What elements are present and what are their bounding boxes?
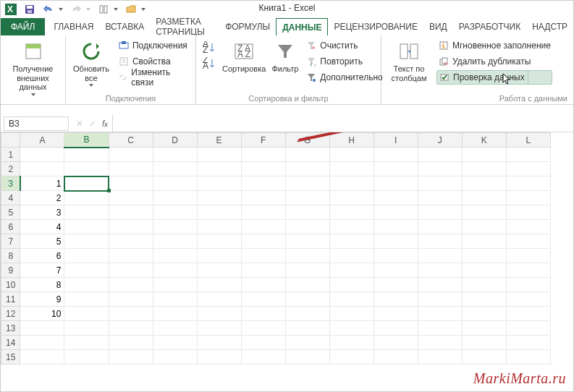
cell[interactable]: [197, 263, 241, 278]
cell[interactable]: [197, 148, 241, 162]
reapply-filter-button[interactable]: Повторить: [304, 54, 384, 69]
cell[interactable]: [418, 350, 462, 365]
cell[interactable]: [153, 249, 197, 263]
cell[interactable]: [64, 220, 109, 234]
cell[interactable]: [64, 205, 109, 220]
cell[interactable]: [329, 292, 373, 307]
touch-dropdown-icon[interactable]: [114, 8, 118, 11]
column-header[interactable]: I: [373, 133, 418, 148]
cell[interactable]: [506, 292, 550, 307]
touch-mode-icon[interactable]: [98, 4, 109, 15]
cell[interactable]: [462, 205, 506, 220]
cell[interactable]: [109, 234, 153, 249]
select-all-corner[interactable]: [1, 133, 20, 148]
cell[interactable]: [373, 162, 418, 176]
undo-dropdown-icon[interactable]: [59, 8, 63, 11]
sort-desc-icon[interactable]: ZA: [202, 57, 216, 70]
cell[interactable]: [197, 292, 241, 307]
row-header[interactable]: 5: [1, 205, 20, 220]
cell[interactable]: [64, 234, 109, 249]
cell[interactable]: [506, 350, 550, 365]
cell[interactable]: [418, 263, 462, 278]
row-header[interactable]: 7: [1, 234, 20, 249]
cell[interactable]: [109, 220, 153, 234]
cell[interactable]: [285, 148, 329, 162]
cell[interactable]: [241, 234, 285, 249]
cell[interactable]: [153, 234, 197, 249]
cell[interactable]: 7: [20, 263, 64, 278]
cell[interactable]: [329, 278, 373, 292]
cell[interactable]: [64, 148, 109, 162]
cell[interactable]: [418, 336, 462, 350]
properties-button[interactable]: Свойства: [117, 54, 190, 69]
cell[interactable]: [153, 350, 197, 365]
cell[interactable]: [373, 191, 418, 205]
row-header[interactable]: 11: [1, 292, 20, 307]
cell[interactable]: [462, 162, 506, 176]
redo-icon[interactable]: [70, 4, 82, 15]
row-header[interactable]: 8: [1, 249, 20, 263]
cell[interactable]: 9: [20, 292, 64, 307]
cell[interactable]: [197, 176, 241, 191]
edit-links-button[interactable]: Изменить связи: [117, 70, 190, 85]
cell[interactable]: [64, 278, 109, 292]
cell[interactable]: [373, 263, 418, 278]
cell[interactable]: [373, 350, 418, 365]
cell[interactable]: [64, 249, 109, 263]
cell[interactable]: 2: [20, 191, 64, 205]
cell[interactable]: [20, 321, 64, 336]
cell[interactable]: [329, 336, 373, 350]
cell[interactable]: [153, 220, 197, 234]
cell[interactable]: [64, 162, 109, 176]
cell[interactable]: [418, 292, 462, 307]
cell[interactable]: [462, 234, 506, 249]
cell[interactable]: [462, 278, 506, 292]
column-header[interactable]: B: [64, 133, 109, 148]
column-header[interactable]: J: [418, 133, 462, 148]
cell[interactable]: [285, 350, 329, 365]
cell[interactable]: [285, 162, 329, 176]
cell[interactable]: [506, 307, 550, 321]
cell[interactable]: [285, 336, 329, 350]
row-header[interactable]: 6: [1, 220, 20, 234]
row-header[interactable]: 3: [1, 176, 20, 191]
column-header[interactable]: G: [285, 133, 329, 148]
undo-icon[interactable]: [43, 4, 54, 15]
cell[interactable]: [506, 278, 550, 292]
cell[interactable]: [373, 234, 418, 249]
cell[interactable]: [241, 191, 285, 205]
cell[interactable]: [506, 263, 550, 278]
cell[interactable]: [285, 249, 329, 263]
cell[interactable]: [373, 176, 418, 191]
refresh-all-button[interactable]: Обновить все: [72, 38, 111, 87]
cell[interactable]: [285, 205, 329, 220]
cell[interactable]: [197, 307, 241, 321]
cell[interactable]: [64, 307, 109, 321]
cell[interactable]: [197, 278, 241, 292]
column-header[interactable]: H: [329, 133, 373, 148]
cell[interactable]: [64, 292, 109, 307]
cell[interactable]: [418, 249, 462, 263]
cell[interactable]: [506, 162, 550, 176]
cell[interactable]: [329, 321, 373, 336]
cell[interactable]: [109, 350, 153, 365]
text-to-columns-button[interactable]: Текст по столбцам: [387, 38, 431, 82]
tab-data[interactable]: ДАННЫЕ: [276, 18, 328, 35]
tab-insert[interactable]: ВСТАВКА: [99, 18, 150, 35]
formula-input[interactable]: [112, 115, 573, 132]
cell[interactable]: [241, 162, 285, 176]
cell[interactable]: [329, 162, 373, 176]
cell[interactable]: [109, 278, 153, 292]
row-header[interactable]: 13: [1, 321, 20, 336]
cell[interactable]: 5: [20, 234, 64, 249]
cell[interactable]: [153, 336, 197, 350]
cell[interactable]: [418, 205, 462, 220]
cell[interactable]: [20, 148, 64, 162]
filter-button[interactable]: Фильтр: [271, 38, 298, 74]
cell[interactable]: [373, 336, 418, 350]
row-header[interactable]: 9: [1, 263, 20, 278]
cell[interactable]: [153, 307, 197, 321]
tab-addin[interactable]: НАДСТР: [526, 18, 573, 35]
cell[interactable]: [64, 191, 109, 205]
cell[interactable]: [153, 162, 197, 176]
